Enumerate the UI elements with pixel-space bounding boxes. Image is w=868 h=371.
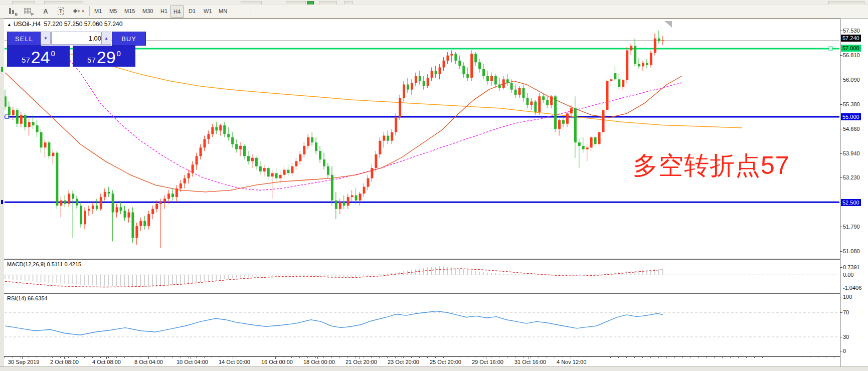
price-axis[interactable]: 57.53057.24057.00056.81056.09055.38055.0… bbox=[840, 19, 868, 366]
candle-glyph bbox=[9, 8, 11, 14]
price-axis-label: 56.810 bbox=[843, 52, 860, 59]
timeframe-button-m15[interactable]: M15 bbox=[121, 6, 138, 17]
time-axis-minor-tick bbox=[802, 357, 802, 358]
timeframe-button-m30[interactable]: M30 bbox=[139, 6, 156, 17]
time-axis-minor-tick bbox=[706, 357, 707, 358]
price-axis-label: 51.080 bbox=[843, 248, 860, 255]
buy-price-prefix: 57 bbox=[87, 56, 96, 64]
timeframe-button-d1[interactable]: D1 bbox=[186, 6, 199, 17]
timeframe-button-h4[interactable]: H4 bbox=[170, 6, 184, 18]
arrows-tool-icon[interactable]: ▾ bbox=[70, 6, 87, 17]
letter-a-glyph: A bbox=[43, 8, 48, 15]
pane-divider[interactable] bbox=[4, 259, 868, 260]
triangle-down-icon: ▼ bbox=[44, 36, 48, 41]
timeframe-button-m1[interactable]: M1 bbox=[91, 6, 105, 17]
timeframe-button-m5[interactable]: M5 bbox=[106, 6, 120, 17]
time-axis-minor-tick bbox=[188, 357, 189, 358]
time-axis-minor-tick bbox=[435, 357, 436, 358]
time-axis-minor-tick bbox=[722, 357, 723, 358]
time-axis-minor-tick bbox=[507, 357, 507, 358]
icon-sub-letter: F bbox=[31, 12, 34, 17]
triangle-up-icon: ▲ bbox=[104, 36, 108, 41]
time-axis-minor-tick bbox=[68, 357, 69, 358]
text-label-a-icon[interactable]: A bbox=[39, 6, 52, 17]
scroll-end-triangle-icon[interactable] bbox=[664, 21, 672, 28]
time-axis[interactable]: 30 Sep 20192 Oct 08:004 Oct 08:008 Oct 0… bbox=[4, 357, 840, 366]
time-axis-minor-tick bbox=[738, 357, 739, 358]
time-axis-minor-tick bbox=[595, 357, 595, 358]
time-axis-minor-tick bbox=[108, 357, 109, 358]
cropped-toolbar-row bbox=[0, 0, 868, 5]
ma-red[interactable] bbox=[5, 73, 682, 192]
price-axis-label: 57.530 bbox=[843, 27, 860, 34]
axis-tick bbox=[840, 104, 842, 105]
time-axis-minor-tick bbox=[475, 357, 475, 358]
time-axis-tick bbox=[317, 357, 318, 359]
buy-button[interactable]: BUY bbox=[112, 32, 146, 46]
sell-button[interactable]: SELL bbox=[7, 32, 41, 46]
pane-divider[interactable] bbox=[4, 293, 868, 294]
letter-t-glyph: T bbox=[58, 8, 64, 15]
left-edge-green-mark bbox=[1, 67, 3, 72]
time-axis-label: 23 Oct 20:00 bbox=[388, 359, 419, 365]
time-axis-minor-tick bbox=[291, 357, 292, 358]
time-axis-minor-tick bbox=[148, 357, 148, 358]
macd-indicator-chart[interactable] bbox=[5, 260, 839, 293]
time-axis-tick bbox=[360, 357, 360, 359]
time-axis-minor-tick bbox=[395, 357, 396, 358]
price-axis-label: -1.0406 bbox=[843, 284, 861, 291]
toolbar-sliver-green-icon bbox=[307, 1, 314, 5]
axis-tick bbox=[840, 275, 842, 275]
time-axis-minor-tick bbox=[634, 357, 635, 358]
timeframe-button-h1[interactable]: H1 bbox=[157, 6, 170, 17]
time-axis-minor-tick bbox=[180, 357, 181, 358]
toolbar-sliver bbox=[12, 1, 35, 5]
time-axis-minor-tick bbox=[762, 357, 763, 358]
axis-tick bbox=[840, 297, 842, 297]
time-axis-minor-tick bbox=[371, 357, 372, 358]
time-axis-label: 8 Oct 04:00 bbox=[134, 359, 163, 365]
time-axis-minor-tick bbox=[196, 357, 197, 358]
time-axis-minor-tick bbox=[754, 357, 755, 358]
time-axis-minor-tick bbox=[666, 357, 667, 358]
time-axis-minor-tick bbox=[818, 357, 818, 358]
time-axis-minor-tick bbox=[483, 357, 483, 358]
time-axis-minor-tick bbox=[563, 357, 563, 358]
time-axis-label: 10 Oct 04:00 bbox=[177, 359, 208, 365]
time-axis-minor-tick bbox=[642, 357, 643, 358]
time-axis-minor-tick bbox=[315, 357, 316, 358]
sell-price-display[interactable]: 57 24 0 bbox=[7, 46, 70, 67]
rsi-indicator-chart[interactable] bbox=[5, 294, 839, 356]
volume-decrease-button[interactable]: ▼ bbox=[41, 32, 51, 45]
volume-increase-button[interactable]: ▲ bbox=[101, 32, 111, 45]
toolbar-separator bbox=[251, 6, 251, 16]
time-axis-minor-tick bbox=[826, 357, 826, 358]
time-axis-minor-tick bbox=[547, 357, 547, 358]
volume-input[interactable] bbox=[51, 32, 107, 45]
grid-f-icon[interactable]: F bbox=[21, 6, 34, 17]
window-bottom-edge bbox=[0, 366, 868, 371]
chevron-down-icon: ▾ bbox=[82, 9, 84, 14]
support-line-55-handle[interactable] bbox=[5, 115, 9, 118]
time-axis-minor-tick bbox=[299, 357, 300, 358]
time-axis-minor-tick bbox=[786, 357, 786, 358]
time-axis-minor-tick bbox=[212, 357, 212, 358]
time-axis-minor-tick bbox=[21, 357, 21, 358]
axis-tick bbox=[840, 351, 842, 351]
price-axis-label: 0 bbox=[843, 347, 846, 354]
time-axis-minor-tick bbox=[682, 357, 683, 358]
time-axis-label: 31 Oct 16:00 bbox=[514, 359, 546, 365]
charts-e-icon[interactable]: E bbox=[5, 6, 18, 17]
toolbar-sliver bbox=[344, 1, 353, 5]
time-axis-minor-tick bbox=[587, 357, 587, 358]
timeframe-button-w1[interactable]: W1 bbox=[201, 6, 215, 17]
toolbar-sliver bbox=[828, 1, 864, 5]
time-axis-minor-tick bbox=[331, 357, 332, 358]
textbox-t-icon[interactable]: T bbox=[54, 6, 67, 17]
time-axis-label: 18 Oct 00:00 bbox=[303, 359, 335, 365]
price-badge-57.240: 57.240 bbox=[841, 35, 861, 42]
toolbar-sliver bbox=[319, 1, 337, 5]
timeframe-button-mn[interactable]: MN bbox=[216, 6, 230, 17]
buy-price-display[interactable]: 57 29 0 bbox=[73, 46, 135, 67]
resistance-line-57-handle[interactable] bbox=[829, 47, 832, 50]
